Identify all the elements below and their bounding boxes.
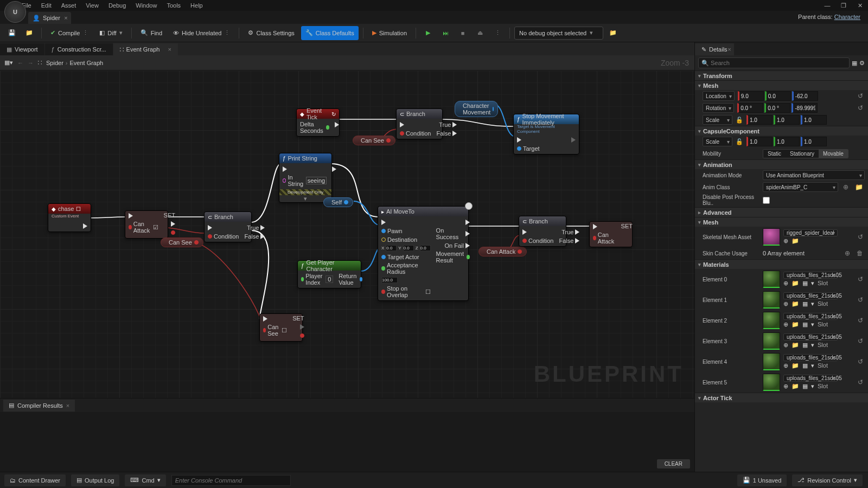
- material-dropdown[interactable]: uploads_files_21sds05: [783, 313, 838, 320]
- location-x[interactable]: [738, 91, 764, 101]
- mesh-thumbnail[interactable]: [763, 228, 780, 246]
- material-dropdown[interactable]: uploads_files_21sds05: [783, 272, 838, 279]
- node-set-1[interactable]: Can Attack ☑SET: [125, 210, 168, 239]
- location-y[interactable]: [765, 91, 791, 101]
- compile-button[interactable]: ✔Compile ⋮: [46, 26, 93, 40]
- material-thumbnail[interactable]: [763, 271, 780, 288]
- diff-button[interactable]: ◧Diff▾: [95, 26, 126, 40]
- nav-fwd-icon[interactable]: →: [28, 60, 34, 66]
- menu-asset[interactable]: Asset: [61, 2, 76, 9]
- menu-window[interactable]: Window: [136, 2, 157, 9]
- node-chase-event[interactable]: ◆ chase ☐ Custom Event: [48, 203, 91, 232]
- browse-icon[interactable]: 📁: [792, 280, 799, 287]
- close-icon[interactable]: ×: [727, 46, 731, 53]
- lock-icon[interactable]: 🔓: [736, 117, 743, 124]
- menu-help[interactable]: Help: [190, 2, 203, 9]
- cmd-button[interactable]: ⌨ Cmd ▾: [125, 474, 165, 486]
- menu-edit[interactable]: Edit: [41, 2, 52, 9]
- var-can-attack-2[interactable]: Can Attack: [478, 247, 527, 256]
- material-dropdown[interactable]: uploads_files_21sds05: [783, 375, 838, 382]
- node-branch-2[interactable]: ⊂ Branch ConditionTrueFalse: [204, 211, 252, 242]
- breadcrumb[interactable]: Spider›Event Graph: [46, 59, 103, 67]
- rotation-dropdown[interactable]: Rotation: [703, 103, 734, 113]
- texture-icon[interactable]: ▦: [802, 280, 808, 287]
- texture-icon[interactable]: ▦: [802, 300, 808, 307]
- material-thumbnail[interactable]: [763, 374, 780, 391]
- var-character-movement[interactable]: Character Movement: [455, 101, 498, 117]
- cat-materials[interactable]: ▾Materials: [695, 259, 868, 269]
- texture-icon[interactable]: ▦: [802, 383, 808, 390]
- menu-debug[interactable]: Debug: [108, 2, 126, 9]
- anim-mode-dropdown[interactable]: Use Animation Blueprint: [763, 170, 865, 180]
- scale-x[interactable]: [746, 115, 773, 125]
- reset-icon[interactable]: ↺: [856, 378, 865, 386]
- file-tab-spider[interactable]: 👤 Spider ×: [28, 12, 71, 24]
- cat-animation[interactable]: ▾Animation: [695, 159, 868, 169]
- content-drawer-button[interactable]: 🗂 Content Drawer: [4, 474, 66, 486]
- parent-class-link[interactable]: Character: [834, 14, 860, 20]
- material-dropdown[interactable]: uploads_files_21sds05: [783, 292, 838, 299]
- scale-dropdown[interactable]: Scale: [703, 137, 732, 146]
- lock-icon[interactable]: 🔓: [736, 138, 743, 145]
- texture-icon[interactable]: ▦: [802, 321, 808, 328]
- rotation-z[interactable]: [792, 103, 818, 113]
- new-icon[interactable]: ⊕: [841, 183, 850, 191]
- cat-mesh2[interactable]: ▾Mesh: [695, 217, 868, 227]
- location-dropdown[interactable]: Location: [703, 91, 735, 101]
- cat-transform[interactable]: ▾Transform: [695, 70, 868, 80]
- scale-dropdown[interactable]: Scale: [703, 115, 732, 125]
- use-icon[interactable]: ⊕: [783, 383, 788, 390]
- debug-find-button[interactable]: 📁: [605, 26, 621, 40]
- find-button[interactable]: 🔍Find: [136, 26, 167, 40]
- var-self[interactable]: Self: [323, 197, 353, 207]
- node-get-player-character[interactable]: ƒ Get Player Character Player Index 0Ret…: [297, 260, 361, 288]
- tab-compiler-results[interactable]: ▤ Compiler Results ×: [3, 400, 75, 412]
- reset-icon[interactable]: ↺: [856, 358, 865, 365]
- browse-icon[interactable]: 📁: [792, 383, 799, 390]
- browse-icon[interactable]: 📁: [792, 321, 799, 328]
- cat-actor-tick[interactable]: ▾Actor Tick: [695, 393, 868, 402]
- reset-icon[interactable]: ↺: [856, 104, 865, 112]
- browse-icon[interactable]: 📁: [792, 342, 799, 349]
- step-button[interactable]: ⏭: [438, 26, 453, 40]
- output-log-button[interactable]: ▤ Output Log: [71, 474, 119, 486]
- material-dropdown[interactable]: uploads_files_21sds05: [783, 333, 838, 341]
- skeletal-mesh-dropdown[interactable]: rigged_spider_Ideal: [783, 229, 838, 236]
- material-thumbnail[interactable]: [763, 312, 780, 329]
- play-options-button[interactable]: ⋮: [490, 26, 505, 40]
- class-settings-button[interactable]: ⚙Class Settings: [244, 26, 298, 40]
- texture-icon[interactable]: ▦: [802, 362, 808, 369]
- browse-icon[interactable]: 📁: [792, 362, 799, 369]
- ue-logo[interactable]: U: [4, 1, 26, 23]
- window-maximize-icon[interactable]: ❐: [835, 0, 852, 11]
- console-input[interactable]: [171, 475, 291, 486]
- chevron-down-icon[interactable]: ▾: [811, 280, 814, 287]
- node-branch-1[interactable]: ⊂ Branch ConditionTrueFalse: [396, 108, 443, 139]
- window-close-icon[interactable]: ✕: [852, 0, 868, 11]
- stop-button[interactable]: ■: [455, 26, 470, 40]
- clear-button[interactable]: CLEAR: [657, 459, 690, 468]
- location-z[interactable]: [792, 91, 818, 101]
- simulation-button[interactable]: ▶Simulation: [368, 26, 411, 40]
- browse-button[interactable]: 📁: [22, 26, 37, 40]
- anim-class-dropdown[interactable]: spiderAnimBP_C: [763, 182, 838, 192]
- tab-construction[interactable]: ƒ Construction Scr...: [45, 43, 113, 55]
- var-can-see-2[interactable]: Can See: [161, 237, 203, 247]
- reset-icon[interactable]: ↺: [856, 275, 865, 283]
- node-ai-moveto[interactable]: ▸ AI MoveTo Pawn Destination X Y Z Targe…: [378, 206, 469, 301]
- chevron-down-icon[interactable]: ▾: [811, 300, 814, 307]
- material-dropdown[interactable]: uploads_files_21sds05: [783, 354, 838, 361]
- eject-button[interactable]: ⏏: [473, 26, 488, 40]
- reset-icon[interactable]: ↺: [856, 92, 865, 100]
- material-thumbnail[interactable]: [763, 353, 780, 370]
- use-icon[interactable]: ⊕: [783, 237, 788, 245]
- window-minimize-icon[interactable]: —: [819, 0, 835, 11]
- class-defaults-button[interactable]: 🔧Class Defaults: [301, 26, 359, 40]
- menu-view[interactable]: View: [86, 2, 99, 9]
- use-icon[interactable]: ⊕: [783, 342, 788, 349]
- rotation-y[interactable]: [764, 103, 790, 113]
- chevron-down-icon[interactable]: ▾: [811, 383, 814, 390]
- menu-tools[interactable]: Tools: [167, 2, 181, 9]
- use-icon[interactable]: ⊕: [783, 362, 788, 369]
- tab-event-graph[interactable]: ⸬ Event Graph×: [113, 43, 178, 55]
